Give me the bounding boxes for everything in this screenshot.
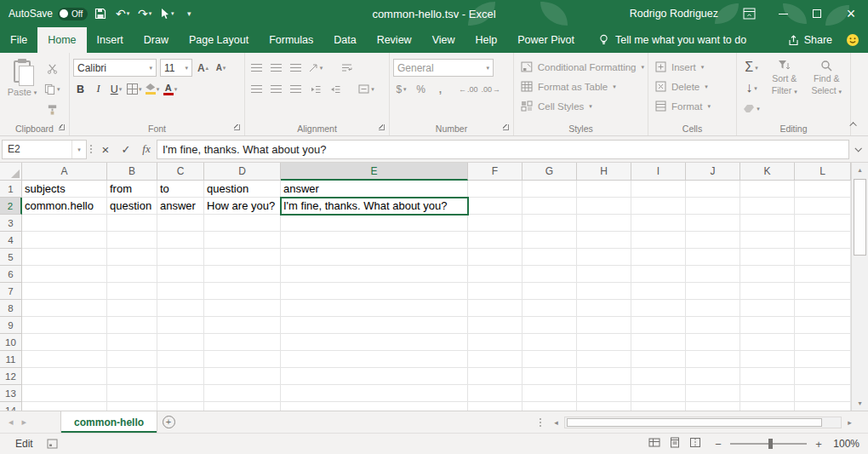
horizontal-scrollbar[interactable]: ◂ ▸	[550, 411, 856, 433]
cell-I4[interactable]	[631, 232, 686, 249]
align-top-button[interactable]	[248, 60, 265, 76]
cell-I12[interactable]	[631, 368, 686, 385]
scroll-right-button[interactable]: ▸	[843, 416, 856, 428]
tell-me-box[interactable]: Tell me what you want to do	[598, 27, 746, 53]
share-button[interactable]: Share	[778, 27, 842, 53]
increase-decimal-button[interactable]: ←.00	[459, 81, 478, 97]
normal-view-button[interactable]	[648, 436, 660, 451]
cell-A12[interactable]	[22, 368, 107, 385]
cell-H10[interactable]	[577, 334, 631, 351]
increase-font-size-button[interactable]: A▴	[196, 60, 210, 76]
conditional-formatting-button[interactable]: Conditional Formatting ▾	[521, 57, 644, 77]
orientation-button[interactable]: ▾	[307, 60, 323, 76]
merge-center-button[interactable]: ▾	[358, 81, 374, 97]
cell-H4[interactable]	[577, 232, 631, 249]
cell-G9[interactable]	[523, 317, 577, 334]
cell-H14[interactable]	[577, 402, 631, 411]
cell-B7[interactable]	[107, 283, 157, 300]
cell-C11[interactable]	[157, 351, 204, 368]
maximize-button[interactable]	[800, 0, 834, 27]
customize-quick-access-toolbar-button[interactable]: ▾	[180, 3, 198, 25]
align-right-button[interactable]	[288, 81, 304, 97]
cell-K2[interactable]	[740, 198, 795, 215]
bold-button[interactable]: B	[73, 81, 88, 97]
column-header-G[interactable]: G	[523, 163, 577, 181]
cell-H8[interactable]	[577, 300, 631, 317]
tab-insert[interactable]: Insert	[87, 27, 134, 53]
format-cells-button[interactable]: Format ▾	[655, 96, 733, 116]
cell-G14[interactable]	[523, 402, 577, 411]
sheet-tab-common-hello[interactable]: common-hello	[60, 411, 157, 433]
autosum-button[interactable]: Σ▾	[740, 59, 762, 76]
cell-G10[interactable]	[523, 334, 577, 351]
row-header-13[interactable]: 13	[0, 385, 22, 402]
undo-button[interactable]: ↶▾	[113, 3, 132, 25]
cell-J10[interactable]	[686, 334, 740, 351]
cancel-entry-button[interactable]: ×	[95, 140, 116, 159]
cell-L7[interactable]	[795, 283, 851, 300]
column-header-F[interactable]: F	[468, 163, 523, 181]
cell-B5[interactable]	[107, 249, 157, 266]
wrap-text-button[interactable]	[339, 60, 355, 76]
cell-E4[interactable]	[281, 232, 468, 249]
cell-E10[interactable]	[281, 334, 468, 351]
zoom-in-button[interactable]: +	[814, 438, 824, 451]
align-bottom-button[interactable]	[288, 60, 304, 76]
name-box[interactable]: E2 ▾	[2, 140, 87, 159]
cell-L11[interactable]	[795, 351, 851, 368]
cell-C9[interactable]	[157, 317, 204, 334]
cell-J9[interactable]	[686, 317, 740, 334]
fill-button[interactable]: ↓▾	[740, 79, 762, 96]
cell-E1[interactable]: answer	[281, 181, 468, 198]
cell-G13[interactable]	[523, 385, 577, 402]
cell-J5[interactable]	[686, 249, 740, 266]
vertical-scroll-thumb[interactable]	[854, 179, 866, 256]
cell-B8[interactable]	[107, 300, 157, 317]
formula-input[interactable]: I'm fine, thanks. What about you?	[157, 140, 849, 159]
cell-E11[interactable]	[281, 351, 468, 368]
paste-button[interactable]: Paste▾	[3, 57, 41, 120]
cell-F9[interactable]	[468, 317, 523, 334]
cell-B4[interactable]	[107, 232, 157, 249]
cell-F3[interactable]	[468, 215, 523, 232]
format-painter-button[interactable]	[44, 101, 60, 117]
cell-J4[interactable]	[686, 232, 740, 249]
cell-J7[interactable]	[686, 283, 740, 300]
cell-I13[interactable]	[631, 385, 686, 402]
cell-K1[interactable]	[740, 181, 795, 198]
tab-formulas[interactable]: Formulas	[259, 27, 323, 53]
font-name-select[interactable]: Calibri ▾	[73, 59, 157, 77]
insert-function-button[interactable]: fx	[136, 140, 157, 159]
cell-K14[interactable]	[740, 402, 795, 411]
row-header-7[interactable]: 7	[0, 283, 22, 300]
cell-B12[interactable]	[107, 368, 157, 385]
italic-button[interactable]: I	[91, 81, 106, 97]
cell-G5[interactable]	[523, 249, 577, 266]
cell-E5[interactable]	[281, 249, 468, 266]
cell-D8[interactable]	[204, 300, 281, 317]
cell-C6[interactable]	[157, 266, 204, 283]
tab-file[interactable]: File	[0, 27, 37, 53]
cell-L9[interactable]	[795, 317, 851, 334]
cell-K7[interactable]	[740, 283, 795, 300]
cell-J1[interactable]	[686, 181, 740, 198]
cell-F10[interactable]	[468, 334, 523, 351]
cell-A6[interactable]	[22, 266, 107, 283]
decrease-font-size-button[interactable]: A▾	[214, 60, 228, 76]
cell-styles-button[interactable]: Cell Styles ▾	[521, 96, 644, 116]
cell-D12[interactable]	[204, 368, 281, 385]
column-header-J[interactable]: J	[686, 163, 740, 181]
cell-E12[interactable]	[281, 368, 468, 385]
expand-formula-bar-button[interactable]	[849, 140, 866, 159]
align-center-button[interactable]	[268, 81, 284, 97]
row-header-8[interactable]: 8	[0, 300, 22, 317]
cell-C2[interactable]: answer	[157, 198, 204, 215]
cell-I9[interactable]	[631, 317, 686, 334]
cell-K11[interactable]	[740, 351, 795, 368]
zoom-slider[interactable]	[730, 443, 807, 445]
insert-cells-button[interactable]: Insert ▾	[655, 57, 733, 77]
cell-L3[interactable]	[795, 215, 851, 232]
page-break-preview-button[interactable]	[689, 436, 701, 451]
align-left-button[interactable]	[248, 81, 265, 97]
tab-data[interactable]: Data	[323, 27, 366, 53]
